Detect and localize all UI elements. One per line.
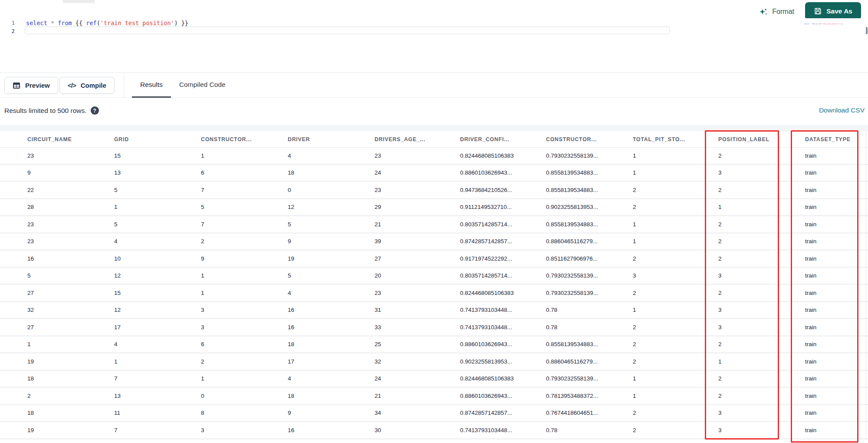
table-cell: 2 [201, 238, 288, 245]
table-cell: 5 [114, 187, 201, 193]
format-label: Format [772, 8, 794, 16]
table-cell: 3 [718, 410, 805, 416]
table-cell: train [805, 393, 868, 399]
table-cell: train [805, 255, 868, 262]
file-tab-strip [0, 0, 868, 3]
code-token: from [812, 23, 815, 25]
table-row: 14618250.8860103626943...0.8558139534883… [0, 337, 868, 354]
table-row: 23575210.8035714285714...0.8558139534883… [0, 216, 868, 234]
table-cell: 0.7413793103448... [460, 307, 546, 313]
table-cell: 2 [633, 341, 718, 347]
table-cell: 25 [375, 341, 460, 347]
table-cell: train [805, 410, 868, 416]
table-cell: 21 [375, 221, 460, 228]
table-cell: train [805, 187, 868, 193]
table-row: 191217320.9023255813953...0.886046511627… [0, 354, 868, 371]
table-cell: 0.8558139534883... [546, 187, 633, 193]
table-cell: 1 [201, 290, 288, 296]
table-cell: 24 [375, 375, 460, 382]
table-cell: 23 [375, 187, 460, 193]
table-cell: train [805, 307, 868, 313]
table-cell: 23 [27, 152, 114, 159]
table-cell: 1 [633, 169, 718, 176]
table-cell: 17 [288, 358, 375, 365]
sparkles-icon [759, 7, 768, 17]
table-row: 181189340.8742857142857...0.767441860465… [0, 405, 868, 423]
tab-compiled-code[interactable]: Compiled Code [171, 73, 234, 98]
editor-scrollbar-thumb[interactable] [866, 27, 868, 34]
table-cell: 9 [27, 169, 114, 176]
table-cell: 2 [718, 255, 805, 262]
table-cell: 27 [375, 255, 460, 262]
table-cell: 33 [375, 324, 460, 331]
table-cell: 0.8511627906976... [546, 255, 633, 262]
table-row: 213018210.8860103626943...0.781395348837… [0, 388, 868, 405]
code-editor[interactable]: 1 select * from {{ ref('train_test_posit… [0, 18, 868, 73]
cursor-line-highlight [25, 26, 670, 34]
table-cell: 2 [633, 290, 718, 296]
table-row: 197316300.7413793103448...0.7823train [0, 422, 868, 440]
compile-button[interactable]: </> Compile [59, 77, 115, 94]
code-token [47, 20, 51, 26]
table-row: 2717316330.7413793103448...0.7823train [0, 319, 868, 337]
line-number-1: 1 [0, 20, 15, 26]
table-cell: 1 [718, 358, 805, 365]
table-cell: 0.8742857142857... [460, 410, 546, 416]
format-button[interactable]: Format [759, 5, 794, 19]
table-cell: 2 [201, 358, 288, 365]
table-cell: 0.78 [546, 307, 633, 313]
table-cell: 2 [718, 152, 805, 159]
table-cell: 19 [27, 427, 114, 433]
table-cell: 0.7413793103448... [460, 427, 546, 433]
code-token [54, 20, 58, 26]
table-cell: 0.9473684210526... [460, 187, 546, 193]
table-cell: 1 [633, 152, 718, 159]
preview-button[interactable]: Preview [4, 77, 58, 94]
save-as-button[interactable]: Save As [805, 2, 861, 20]
table-cell: 12 [114, 307, 201, 313]
help-icon[interactable]: ? [91, 106, 99, 115]
table-cell: 10 [114, 255, 201, 262]
table-cell: 5 [114, 221, 201, 228]
table-cell: 3 [718, 427, 805, 433]
table-cell: 2 [633, 204, 718, 210]
table-cell: 29 [375, 204, 460, 210]
table-cell: 1 [27, 341, 114, 347]
column-header: CONSTRUCTOR... [201, 136, 288, 142]
code-token: ref [86, 20, 96, 26]
table-cell: 2 [633, 427, 718, 433]
table-grid-icon [13, 82, 20, 89]
table-cell: 0.7930232558139... [546, 375, 633, 382]
table-cell: 7 [201, 221, 288, 228]
table-cell: 0.8742857142857... [460, 238, 546, 245]
column-header: TOTAL_PIT_STO... [633, 136, 718, 142]
table-row: 281512290.9112149532710...0.902325581395… [0, 199, 868, 217]
code-token: ( [97, 20, 100, 26]
table-cell: 0.824468085106383 [460, 375, 546, 382]
code-token: from [58, 20, 72, 26]
table-cell: 2 [718, 341, 805, 347]
table-cell: 3 [201, 307, 288, 313]
table-cell: 18 [27, 410, 114, 416]
table-cell: 0.8035714285714... [460, 221, 546, 228]
table-cell: 1 [633, 393, 718, 399]
table-cell: 4 [288, 152, 375, 159]
table-cell: 0.7813953488372... [546, 393, 633, 399]
table-cell: 4 [288, 290, 375, 296]
table-cell: 2 [718, 221, 805, 228]
code-token: select [804, 23, 809, 25]
table-cell: 1 [114, 358, 201, 365]
table-cell: 2 [718, 238, 805, 245]
table-cell: train [805, 169, 868, 176]
tab-results[interactable]: Results [132, 73, 171, 98]
code-token: }} [178, 20, 188, 26]
table-cell: 3 [201, 324, 288, 331]
download-csv-link[interactable]: Download CSV [819, 106, 865, 114]
table-cell: 17 [114, 324, 201, 331]
table-cell: 21 [375, 393, 460, 399]
code-token [72, 20, 76, 26]
table-cell: train [805, 204, 868, 210]
table-cell: 2 [633, 324, 718, 331]
table-cell: 0 [201, 393, 288, 399]
table-row: 1610919270.9171974522292...0.85116279069… [0, 251, 868, 268]
